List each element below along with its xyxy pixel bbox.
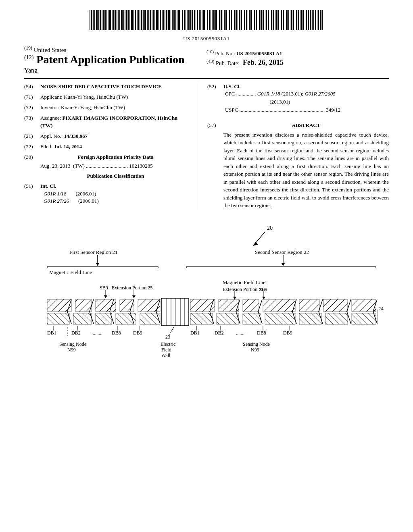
pub-no-line: (10) Pub. No.: US 2015/0055031 A1 — [206, 49, 389, 57]
efw-ref-arrow — [169, 326, 174, 335]
ref-20-arrowhead — [253, 242, 258, 246]
svg-rect-77 — [219, 10, 220, 30]
first-sensor-bracket — [47, 267, 158, 268]
title-field: (54) NOISE-SHIELDED CAPACITIVE TOUCH DEV… — [24, 83, 191, 90]
appl-label: Appl. No.: — [40, 133, 63, 139]
foreign-data: Aug. 23, 2013 (TW) .....................… — [40, 162, 191, 170]
svg-rect-114 — [281, 10, 282, 30]
appl-value: Appl. No.: 14/330,967 — [40, 133, 191, 140]
svg-rect-14 — [113, 10, 114, 30]
svg-rect-67 — [202, 10, 202, 30]
dots-left: ........ — [93, 330, 102, 336]
svg-rect-121 — [293, 10, 294, 30]
svg-rect-113 — [280, 10, 280, 30]
svg-rect-56 — [184, 10, 185, 30]
svg-rect-12 — [109, 10, 111, 30]
sensing-node-right-n99: N99 — [251, 347, 259, 353]
db2-right: DB2 — [215, 330, 224, 336]
db1-right: DB1 — [190, 330, 200, 336]
svg-rect-129 — [306, 10, 307, 30]
svg-rect-91 — [243, 10, 243, 30]
abstract-body: ABSTRACT The present invention discloses… — [223, 122, 389, 210]
svg-rect-39 — [154, 10, 155, 30]
svg-rect-24 — [129, 10, 130, 30]
left-bar-3 — [96, 299, 116, 312]
svg-rect-69 — [206, 10, 206, 30]
int-cl-2-date: (2006.01) — [78, 198, 99, 204]
title-value: NOISE-SHIELDED CAPACITIVE TOUCH DEVICE — [40, 83, 191, 90]
svg-rect-37 — [152, 10, 152, 30]
svg-rect-123 — [296, 10, 297, 30]
svg-rect-132 — [312, 10, 313, 30]
left-bar2-2 — [73, 313, 92, 324]
svg-rect-19 — [121, 10, 123, 30]
sensing-node-left-label: Sensing Node — [59, 341, 86, 347]
svg-rect-45 — [165, 10, 165, 30]
filed-field: (22) Filed: Jul. 14, 2014 — [24, 143, 191, 150]
svg-rect-51 — [175, 10, 176, 30]
right-bar2-7 — [352, 313, 376, 324]
left-bar2-4 — [116, 313, 136, 324]
svg-rect-43 — [162, 10, 163, 30]
sensing-node-left-n99: N99 — [67, 347, 76, 353]
svg-rect-81 — [225, 10, 227, 30]
svg-rect-83 — [229, 10, 230, 30]
applicant-value: Applicant: Kuan-Yi Yang, HsinChu (TW) — [40, 94, 191, 101]
svg-rect-29 — [138, 10, 139, 30]
abstract-num: (57) — [207, 122, 223, 210]
svg-rect-71 — [209, 10, 210, 30]
cpc-value2: G01R 27/2605 — [305, 91, 335, 97]
svg-rect-118 — [288, 10, 289, 30]
pub-date-line: (43) Pub. Date: Feb. 26, 2015 — [206, 58, 389, 67]
magnetic-field-right-label: Magnetic Field Line — [223, 279, 265, 285]
foreign-num: (30) — [24, 154, 40, 170]
svg-rect-10 — [106, 10, 107, 30]
inventor-value: Inventor: Kuan-Yi Yang, HsinChu (TW) — [40, 104, 191, 111]
svg-rect-65 — [199, 10, 200, 30]
svg-rect-74 — [213, 10, 215, 30]
svg-rect-135 — [317, 10, 317, 30]
svg-rect-59 — [188, 10, 190, 30]
second-sensor-arrowhead — [282, 263, 285, 266]
svg-rect-5 — [98, 10, 99, 30]
svg-rect-78 — [221, 10, 222, 30]
abstract-row: (57) ABSTRACT The present invention disc… — [207, 122, 389, 210]
assignee-name: PIXART IMAGING INCORPORATION, HsinChu (T… — [40, 115, 177, 128]
svg-rect-15 — [115, 10, 116, 30]
svg-rect-110 — [275, 10, 275, 30]
svg-rect-23 — [128, 10, 129, 30]
svg-rect-6 — [100, 10, 101, 30]
svg-rect-105 — [266, 10, 267, 30]
svg-rect-13 — [112, 10, 113, 30]
second-sensor-label: Second Sensor Region 22 — [255, 249, 309, 255]
ext-left-arrowhead — [132, 295, 136, 298]
cpc-date2-line: (2013.01) — [225, 98, 389, 106]
svg-rect-38 — [153, 10, 154, 30]
second-sensor-bracket — [186, 267, 376, 268]
db8-left: DB8 — [112, 330, 121, 336]
dots-right: ........ — [236, 330, 246, 336]
electric-field-wall-box — [161, 298, 189, 326]
ref-20-arrow — [255, 232, 265, 244]
svg-rect-131 — [310, 10, 311, 30]
inventor-name-value: Kuan-Yi Yang, HsinChu (TW) — [61, 104, 125, 110]
svg-rect-79 — [223, 10, 223, 30]
abstract-text: The present invention discloses a noise-… — [223, 131, 389, 210]
inventor-label: Inventor: — [40, 104, 60, 110]
pub-class-label: Publication Classification — [40, 173, 191, 179]
foreign-field: (30) Foreign Application Priority Data A… — [24, 154, 191, 170]
db1-left: DB1 — [47, 330, 56, 336]
foreign-label: Foreign Application Priority Data — [40, 154, 191, 161]
svg-rect-136 — [318, 10, 319, 30]
svg-rect-57 — [186, 10, 186, 30]
svg-rect-0 — [90, 10, 90, 30]
svg-rect-62 — [194, 10, 195, 30]
svg-rect-55 — [182, 10, 183, 30]
svg-rect-109 — [273, 10, 274, 30]
magnetic-field-left-label: Magnetic Field Line — [49, 269, 92, 275]
svg-rect-119 — [290, 10, 290, 30]
svg-rect-66 — [200, 10, 201, 30]
right-bar2-1 — [190, 313, 213, 324]
filed-num: (22) — [24, 143, 40, 150]
svg-rect-68 — [203, 10, 205, 30]
